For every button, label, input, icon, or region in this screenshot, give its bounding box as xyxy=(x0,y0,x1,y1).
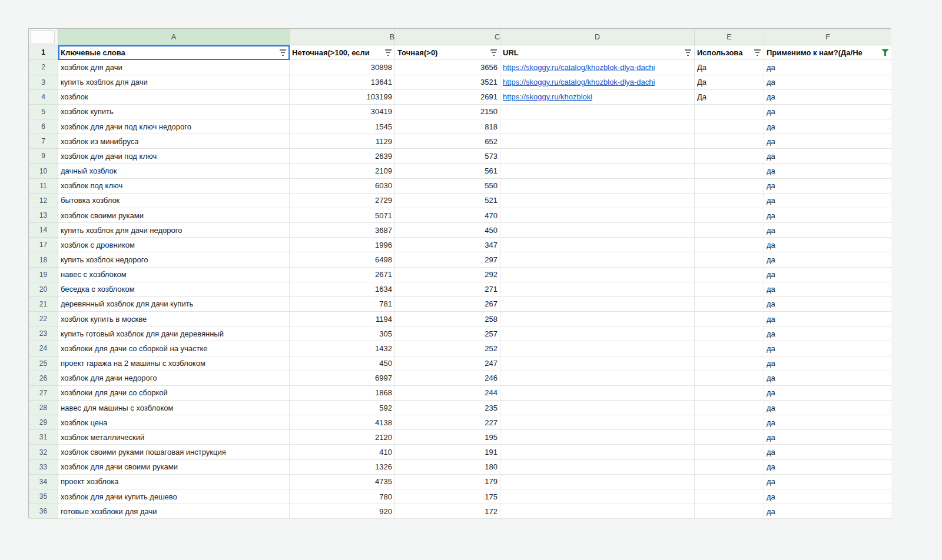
row-number[interactable]: 22 xyxy=(29,312,58,326)
applicable-cell[interactable]: да xyxy=(764,119,891,134)
broad-volume-cell[interactable]: 2729 xyxy=(290,194,395,208)
applicable-cell[interactable]: да xyxy=(764,238,891,252)
used-cell[interactable] xyxy=(695,401,764,415)
url-cell[interactable] xyxy=(500,445,695,459)
row-number[interactable]: 4 xyxy=(29,90,58,105)
used-cell[interactable] xyxy=(695,460,764,475)
broad-volume-cell[interactable]: 1996 xyxy=(290,238,395,252)
row-number[interactable]: 1 xyxy=(29,45,58,60)
row-number[interactable]: 24 xyxy=(29,341,58,356)
exact-volume-cell[interactable]: 3656 xyxy=(395,60,500,75)
used-cell[interactable]: Да xyxy=(695,90,764,105)
used-cell[interactable] xyxy=(695,415,764,430)
broad-volume-cell[interactable]: 1868 xyxy=(290,386,395,401)
used-cell[interactable] xyxy=(695,208,764,223)
broad-volume-cell[interactable]: 410 xyxy=(290,445,395,459)
keyword-cell[interactable]: хозблок металлический xyxy=(58,430,290,445)
keyword-cell[interactable]: купить готовый хозблок для дачи деревянн… xyxy=(58,326,290,341)
keyword-cell[interactable]: хозблок для дачи под ключ xyxy=(58,149,290,164)
keyword-cell[interactable]: хозблок своими руками xyxy=(58,208,290,223)
url-cell[interactable]: https://skoggy.ru/khozbloki xyxy=(500,90,695,105)
keyword-cell[interactable]: хозблоки для дачи со сборкой xyxy=(58,386,290,401)
select-all-corner[interactable] xyxy=(29,29,58,45)
row-number[interactable]: 21 xyxy=(29,297,58,312)
keyword-cell[interactable]: навес с хозблоком xyxy=(58,268,290,282)
row-number[interactable]: 28 xyxy=(29,401,58,415)
url-cell[interactable] xyxy=(500,105,695,119)
keyword-cell[interactable]: готовые хозблоки для дачи xyxy=(58,504,290,519)
used-cell[interactable] xyxy=(695,356,764,371)
row-number[interactable]: 26 xyxy=(29,371,58,386)
keyword-cell[interactable]: хозблок для дачи купить дешево xyxy=(58,489,290,504)
url-cell[interactable] xyxy=(500,415,695,430)
broad-volume-cell[interactable]: 1634 xyxy=(290,282,395,297)
broad-volume-cell[interactable]: 2109 xyxy=(290,164,395,178)
applicable-cell[interactable]: да xyxy=(764,208,891,223)
url-cell[interactable] xyxy=(500,475,695,489)
used-cell[interactable] xyxy=(695,297,764,312)
row-number[interactable]: 35 xyxy=(29,489,58,504)
row-number[interactable]: 18 xyxy=(29,252,58,267)
applicable-cell[interactable]: да xyxy=(764,149,891,164)
row-number[interactable]: 13 xyxy=(29,208,58,223)
url-cell[interactable] xyxy=(500,252,695,267)
applicable-cell[interactable]: да xyxy=(764,504,891,519)
row-number[interactable]: 14 xyxy=(29,223,58,238)
keyword-cell[interactable]: беседка с хозблоком xyxy=(58,282,290,297)
applicable-cell[interactable]: да xyxy=(764,460,891,475)
applicable-cell[interactable]: да xyxy=(764,90,891,105)
url-cell[interactable] xyxy=(500,164,695,178)
broad-volume-cell[interactable]: 1545 xyxy=(290,119,395,134)
applicable-cell[interactable]: да xyxy=(764,75,891,90)
column-header-F[interactable]: F xyxy=(764,29,891,45)
exact-volume-cell[interactable]: 2691 xyxy=(395,90,500,105)
exact-volume-cell[interactable]: 521 xyxy=(395,194,500,208)
broad-volume-cell[interactable]: 920 xyxy=(290,504,395,519)
applicable-cell[interactable]: да xyxy=(764,268,891,282)
url-cell[interactable] xyxy=(500,504,695,519)
used-cell[interactable] xyxy=(695,312,764,326)
row-number[interactable]: 25 xyxy=(29,356,58,371)
applicable-cell[interactable]: да xyxy=(764,430,891,445)
keyword-cell[interactable]: купить хозблок для дачи недорого xyxy=(58,223,290,238)
keyword-cell[interactable]: хозблок купить в москве xyxy=(58,312,290,326)
used-cell[interactable] xyxy=(695,119,764,134)
applicable-cell[interactable]: да xyxy=(764,134,891,149)
applicable-cell[interactable]: да xyxy=(764,194,891,208)
column-header-D[interactable]: D xyxy=(500,29,695,45)
url-cell[interactable] xyxy=(500,371,695,386)
broad-volume-cell[interactable]: 1326 xyxy=(290,460,395,475)
keyword-cell[interactable]: бытовка хозблок xyxy=(58,194,290,208)
exact-volume-cell[interactable]: 267 xyxy=(395,297,500,312)
broad-volume-cell[interactable]: 30419 xyxy=(290,105,395,119)
keyword-cell[interactable]: купить хозблок недорого xyxy=(58,252,290,267)
keyword-cell[interactable]: купить хозблок для дачи xyxy=(58,75,290,90)
used-cell[interactable] xyxy=(695,164,764,178)
exact-volume-cell[interactable]: 195 xyxy=(395,430,500,445)
row-number[interactable]: 36 xyxy=(29,504,58,519)
applicable-cell[interactable]: да xyxy=(764,297,891,312)
applicable-cell[interactable]: да xyxy=(764,401,891,415)
exact-volume-cell[interactable]: 244 xyxy=(395,386,500,401)
keyword-cell[interactable]: хозблок под ключ xyxy=(58,179,290,194)
exact-volume-cell[interactable]: 235 xyxy=(395,401,500,415)
applicable-cell[interactable]: да xyxy=(764,252,891,267)
exact-volume-cell[interactable]: 191 xyxy=(395,445,500,459)
applicable-cell[interactable]: да xyxy=(764,415,891,430)
applicable-cell[interactable]: да xyxy=(764,326,891,341)
broad-volume-cell[interactable]: 30898 xyxy=(290,60,395,75)
url-cell[interactable]: https://skoggy.ru/catalog/khozblok-dlya-… xyxy=(500,75,695,90)
url-link[interactable]: https://skoggy.ru/catalog/khozblok-dlya-… xyxy=(503,63,655,72)
exact-volume-cell[interactable]: 3521 xyxy=(395,75,500,90)
keyword-cell[interactable]: хозблок для дачи недорого xyxy=(58,371,290,386)
applicable-cell[interactable]: да xyxy=(764,60,891,75)
used-cell[interactable] xyxy=(695,326,764,341)
keyword-cell[interactable]: хозблок для дачи xyxy=(58,60,290,75)
exact-volume-cell[interactable]: 652 xyxy=(395,134,500,149)
broad-volume-cell[interactable]: 6030 xyxy=(290,179,395,194)
broad-volume-cell[interactable]: 6997 xyxy=(290,371,395,386)
keyword-cell[interactable]: хозблок для дачи своими руками xyxy=(58,460,290,475)
used-cell[interactable] xyxy=(695,252,764,267)
applicable-cell[interactable]: да xyxy=(764,475,891,489)
url-cell[interactable] xyxy=(500,194,695,208)
